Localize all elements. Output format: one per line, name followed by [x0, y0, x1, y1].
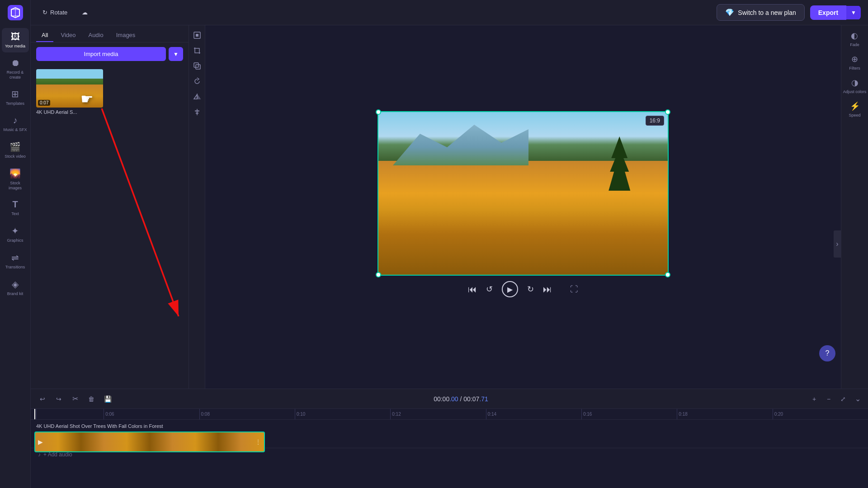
switch-plan-button[interactable]: 💎 Switch to a new plan — [717, 4, 804, 21]
cut-button[interactable]: ✂ — [69, 393, 81, 405]
save-frame-button[interactable]: 💾 — [101, 393, 114, 405]
sidebar-item-templates[interactable]: ⊞ Templates — [2, 85, 29, 110]
sidebar-item-graphics-label: Graphics — [7, 238, 23, 243]
export-main-button[interactable]: Export — [810, 5, 846, 20]
video-track-label: 4K UHD Aerial Shot Over Trees With Fall … — [36, 423, 163, 429]
timeline-expand-button[interactable]: ⌄ — [853, 393, 863, 405]
video-clip[interactable]: ▶ ⋮ — [34, 432, 265, 452]
fast-forward-button[interactable]: ↻ — [527, 284, 534, 294]
adjust-colors-icon: ◑ — [851, 78, 859, 88]
text-icon: T — [12, 199, 18, 210]
playhead[interactable] — [34, 409, 35, 419]
play-pause-button[interactable]: ▶ — [502, 281, 518, 297]
timeline-time-display: 00:00.00 / 00:07.71 — [118, 395, 804, 403]
tab-audio[interactable]: Audio — [83, 29, 108, 42]
stock-images-icon: 🌄 — [9, 168, 21, 179]
handle-bottom-left[interactable] — [376, 272, 381, 277]
svg-marker-8 — [197, 94, 200, 99]
fullscreen-button[interactable]: ⛶ — [570, 285, 578, 294]
aspect-ratio-badge[interactable]: 16:9 — [646, 116, 664, 126]
sidebar-item-music[interactable]: ♪ Music & SFX — [2, 112, 29, 136]
speed-label: Speed — [849, 113, 860, 117]
rotate-icon: ↻ — [42, 9, 47, 16]
clip-play-button[interactable]: ▶ — [38, 438, 43, 446]
help-bubble[interactable]: ? — [819, 345, 835, 361]
media-duration: 0:07 — [38, 100, 50, 106]
sidebar-item-record-label: Record &create — [7, 70, 24, 80]
export-dropdown-arrow[interactable]: ▼ — [846, 6, 861, 19]
preview-tools — [189, 25, 205, 389]
sidebar-item-stock-video-label: Stock video — [5, 154, 26, 159]
middle-area: All Video Audio Images Import media ▼ 0:… — [31, 25, 868, 389]
tab-images[interactable]: Images — [111, 29, 141, 42]
video-track-row: 4K UHD Aerial Shot Over Trees With Fall … — [31, 422, 868, 448]
adjust-colors-panel-item[interactable]: ◑ Adjust colors — [843, 78, 867, 94]
flip-tool[interactable] — [191, 90, 203, 103]
skip-to-end-button[interactable]: ⏭ — [543, 284, 552, 295]
sidebar-item-stock-images[interactable]: 🌄 Stock images — [2, 164, 29, 194]
clip-drag-handle[interactable]: ⋮ — [255, 438, 261, 446]
preview-canvas-area: 16:9 ⏮ ↺ ▶ ↻ ⏭ ⛶ — [205, 25, 841, 389]
sidebar-item-transitions-label: Transitions — [5, 265, 25, 270]
adjust-colors-label: Adjust colors — [843, 89, 867, 94]
ruler-mark — [36, 409, 104, 420]
ruler-marks: 0:06 0:08 0:10 0:12 0:14 0:16 0:18 0:20 — [34, 409, 868, 420]
svg-marker-7 — [194, 94, 197, 99]
rotate-tool[interactable] — [191, 75, 203, 88]
import-dropdown-button[interactable]: ▼ — [169, 47, 183, 61]
sidebar-item-text-label: Text — [11, 211, 19, 216]
sidebar-item-transitions[interactable]: ⇌ Transitions — [2, 249, 29, 273]
sidebar-item-graphics[interactable]: ✦ Graphics — [2, 222, 29, 247]
brand-icon: ◈ — [12, 279, 19, 290]
sidebar-item-text[interactable]: T Text — [2, 196, 29, 220]
undo-button[interactable]: ↩ — [36, 393, 49, 405]
align-tool[interactable] — [191, 106, 203, 118]
playback-controls: ⏮ ↺ ▶ ↻ ⏭ ⛶ — [468, 276, 578, 303]
handle-bottom-right[interactable] — [665, 272, 670, 277]
sidebar-item-stock-video[interactable]: 🎬 Stock video — [2, 138, 29, 163]
timeline-tracks: 4K UHD Aerial Shot Over Trees With Fall … — [31, 420, 868, 488]
transitions-icon: ⇌ — [11, 252, 19, 263]
sidebar-item-brand[interactable]: ◈ Brand kit — [2, 275, 29, 300]
fade-panel-item[interactable]: ◐ Fade — [850, 31, 859, 47]
filters-panel-item[interactable]: ⊕ Filters — [849, 54, 860, 70]
export-button-group[interactable]: Export ▼ — [810, 5, 861, 20]
sidebar-item-record-create[interactable]: ⏺ Record &create — [2, 54, 29, 84]
sidebar-item-stock-images-label: Stock images — [4, 181, 27, 191]
ruler-mark: 0:16 — [581, 409, 677, 420]
redo-button[interactable]: ↪ — [52, 393, 65, 405]
rotate-label: Rotate — [50, 9, 67, 16]
resize-tool[interactable] — [191, 60, 203, 72]
handle-top-left[interactable] — [376, 109, 381, 115]
fade-label: Fade — [850, 42, 859, 47]
cloud-save-button[interactable]: ☁ — [77, 6, 92, 19]
right-panel: ◐ Fade ⊕ Filters ◑ Adjust colors ⚡ Speed… — [841, 25, 868, 389]
speed-icon: ⚡ — [850, 101, 860, 111]
import-media-button[interactable]: Import media — [36, 47, 166, 61]
crop-tool[interactable] — [191, 44, 203, 57]
delete-button[interactable]: 🗑 — [85, 393, 98, 405]
handle-top-right[interactable] — [665, 109, 670, 115]
ruler-mark: 0:12 — [390, 409, 486, 420]
sidebar-item-your-media[interactable]: 🖼 Your media — [2, 28, 29, 52]
skip-to-start-button[interactable]: ⏮ — [468, 284, 477, 295]
collapse-right-panel-button[interactable]: › — [834, 230, 841, 258]
speed-panel-item[interactable]: ⚡ Speed — [849, 101, 860, 117]
filters-label: Filters — [849, 66, 860, 70]
filters-icon: ⊕ — [851, 54, 858, 64]
tab-video[interactable]: Video — [55, 29, 81, 42]
zoom-controls: + − ⤢ — [808, 393, 849, 405]
rotate-button[interactable]: ↻ Rotate — [38, 6, 72, 19]
transform-tool[interactable] — [191, 29, 203, 42]
fit-timeline-button[interactable]: ⤢ — [837, 393, 849, 405]
zoom-in-button[interactable]: + — [808, 393, 821, 405]
rewind-button[interactable]: ↺ — [486, 284, 493, 294]
drag-cursor: ☛ — [80, 90, 94, 108]
sidebar-item-templates-label: Templates — [6, 101, 24, 106]
zoom-out-button[interactable]: − — [822, 393, 835, 405]
cloud-icon: ☁ — [82, 9, 88, 16]
stock-video-icon: 🎬 — [9, 141, 21, 152]
tab-all[interactable]: All — [36, 29, 53, 42]
sidebar-item-your-media-label: Your media — [5, 44, 25, 49]
topbar-right: 💎 Switch to a new plan Export ▼ — [717, 4, 861, 21]
